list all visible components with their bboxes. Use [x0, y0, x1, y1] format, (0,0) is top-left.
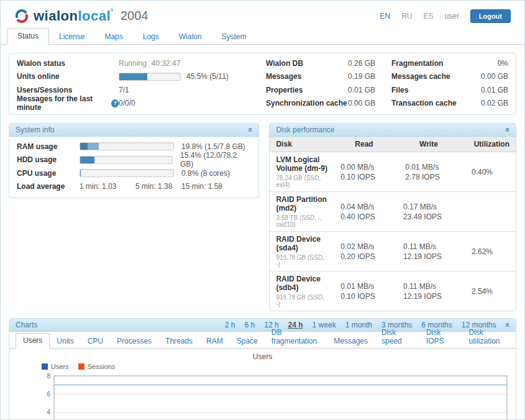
units-online-value: 45.5% (5/11) — [186, 72, 229, 81]
wialon-status-label: Wialon status — [17, 59, 119, 68]
chart-tab-disk-iops[interactable]: Disk IOPS — [419, 326, 462, 349]
chart-tab-cpu[interactable]: CPU — [81, 334, 110, 349]
range-2h[interactable]: 2 h — [225, 321, 235, 329]
read-iops: 0.10 IOPS — [340, 292, 375, 301]
chart-tab-bar: Users Units CPU Processes Threads RAM Sp… — [9, 332, 516, 349]
files-row: Files 0.01 GB — [391, 83, 508, 97]
cpu-usage-progressbar — [80, 169, 174, 177]
units-online-progressbar — [119, 73, 181, 81]
files-value: 0.01 GB — [481, 86, 508, 94]
tab-logs[interactable]: Logs — [133, 29, 169, 45]
chart-tab-ram[interactable]: RAM — [199, 334, 230, 349]
write-mbs: 0.11 MB/s — [403, 282, 436, 291]
tab-maps[interactable]: Maps — [94, 29, 132, 45]
system-info-header: System info « — [9, 124, 258, 137]
messages-last-minute-value: 0/0/0 — [119, 99, 135, 107]
disk-name-cell: RAID Partition (md2) 3.58 TB (SSD, -, ra… — [276, 195, 328, 228]
wialon-db-label: Wialon DB — [266, 59, 348, 68]
users-chart-area: 0246814:0016:0018:0020:0022:0000:0002:00… — [9, 371, 516, 420]
chart-tab-disk-utilization[interactable]: Disk utilization — [462, 326, 516, 349]
disk-name: RAID Device (sda4) — [276, 235, 328, 252]
help-icon[interactable]: ? — [111, 99, 119, 107]
status-right-column: Fragmentation 0% Messages cache 0.00 GB … — [391, 57, 508, 110]
disk-name: RAID Partition (md2) — [276, 195, 328, 212]
messages-last-minute-row: Messages for the last minute ? 0/0/0 — [17, 97, 250, 111]
write-iops: 12.19 IOPS — [403, 292, 442, 301]
read-iops: 0.10 IOPS — [340, 173, 375, 181]
lang-es[interactable]: ES — [423, 12, 433, 21]
chart-tab-disk-speed[interactable]: Disk speed — [375, 326, 419, 349]
chart-tab-messages[interactable]: Messages — [327, 334, 375, 349]
hdd-usage-value: 15.4% (12.0/78.2 GB) — [180, 151, 252, 168]
users-legend-label: Users — [51, 363, 69, 370]
tab-status[interactable]: Status — [7, 28, 49, 45]
tab-wialon[interactable]: Wialon — [169, 29, 212, 45]
disk-row-sda4: RAID Device (sda4) 915.78 GB (SSD, -) 0.… — [270, 232, 516, 272]
properties-row: Properties 0.01 GB — [266, 83, 375, 97]
load-5min-value: 5 min: 1.38 — [135, 182, 181, 191]
lang-en[interactable]: EN — [380, 12, 390, 21]
chart-tab-space[interactable]: Space — [230, 334, 265, 349]
read-mbs: 0.01 MB/s — [340, 282, 374, 291]
ram-usage-value: 19.8% (1.5/7.8 GB) — [181, 142, 245, 151]
read-mbs: 0.04 MB/s — [340, 203, 374, 211]
messages-size-value: 0.19 GB — [348, 72, 375, 81]
legend-item-sessions: Sessions — [78, 363, 116, 370]
cpu-bar-fill — [80, 170, 81, 176]
charts-title: Charts — [16, 321, 37, 329]
read-mbs: 0.02 MB/s — [340, 242, 374, 251]
disk-detail: 915.78 GB (SSD, -) — [276, 254, 328, 268]
messages-last-minute-label: Messages for the last minute — [17, 94, 108, 112]
sessions-legend-swatch — [78, 363, 84, 370]
disk-row-dm9: LVM Logical Volume (dm-9) 78.24 GB (SSD,… — [270, 152, 516, 192]
sessions-legend-label: Sessions — [88, 363, 116, 370]
lang-ru[interactable]: RU — [401, 12, 412, 21]
tab-system[interactable]: System — [211, 29, 256, 45]
disk-utilization: 0.40% — [457, 168, 509, 176]
col-write: Write — [394, 137, 463, 152]
tab-license[interactable]: License — [49, 29, 94, 45]
status-summary-panel: Wialon status Running 40:32:47 Units onl… — [9, 53, 516, 115]
app-header: wialonlocalʼ 2004 EN RU ES user Logout — [1, 1, 524, 28]
files-label: Files — [391, 86, 481, 94]
range-6h[interactable]: 6 h — [245, 321, 255, 329]
disk-read-cell: 0.00 MB/s0.10 IOPS — [328, 162, 388, 182]
hdd-usage-row: HDD usage 15.4% (12.0/78.2 GB) — [17, 153, 251, 167]
col-read: Read — [334, 137, 394, 152]
ram-bar-seg1 — [80, 143, 88, 150]
disk-performance-header: Disk performance « — [270, 124, 516, 137]
logo-accent-mark: ʼ — [111, 7, 113, 17]
legend-item-users: Users — [42, 363, 69, 370]
load-15min-value: 15 min: 1.58 — [181, 182, 222, 191]
collapse-icon[interactable]: « — [247, 127, 253, 132]
disk-table-header: Disk Read Write Utilization — [270, 137, 516, 152]
app-version: 2004 — [121, 9, 148, 23]
disk-utilization: 2.62% — [457, 247, 509, 256]
write-iops: 12.19 IOPS — [403, 252, 442, 261]
status-left-column: Wialon status Running 40:32:47 Units onl… — [17, 57, 250, 110]
write-iops: 23.49 IOPS — [403, 212, 442, 221]
chart-tab-db-fragmentation[interactable]: DB fragmentation — [265, 326, 327, 349]
logout-button[interactable]: Logout — [470, 9, 511, 23]
users-sessions-value: 7/1 — [119, 86, 129, 94]
chart-tab-users[interactable]: Users — [16, 333, 50, 349]
range-1month[interactable]: 1 month — [345, 321, 372, 329]
sync-cache-label: Synchronization cache — [266, 99, 348, 107]
messages-cache-label: Messages cache — [391, 72, 481, 81]
disk-detail: 915.78 GB (SSD, -) — [276, 294, 328, 308]
fragmentation-row: Fragmentation 0% — [391, 57, 508, 70]
chart-tab-threads[interactable]: Threads — [158, 334, 199, 349]
wialon-uptime: 40:32:47 — [152, 59, 181, 68]
chart-tab-units[interactable]: Units — [50, 334, 80, 349]
users-sessions-line-chart: 0246814:0016:0018:0020:0022:0000:0002:00… — [9, 372, 518, 420]
properties-label: Properties — [266, 86, 348, 94]
chart-tab-processes[interactable]: Processes — [110, 334, 158, 349]
sync-cache-value: 0.00 GB — [348, 99, 375, 107]
disk-name-cell: LVM Logical Volume (dm-9) 78.24 GB (SSD,… — [276, 155, 328, 188]
col-utilization: Utilization — [463, 137, 516, 152]
hdd-usage-progressbar — [80, 156, 173, 164]
messages-size-label: Messages — [266, 72, 348, 81]
units-online-label: Units online — [17, 72, 119, 81]
collapse-icon[interactable]: « — [504, 127, 510, 132]
hdd-bar-fill — [80, 157, 94, 163]
